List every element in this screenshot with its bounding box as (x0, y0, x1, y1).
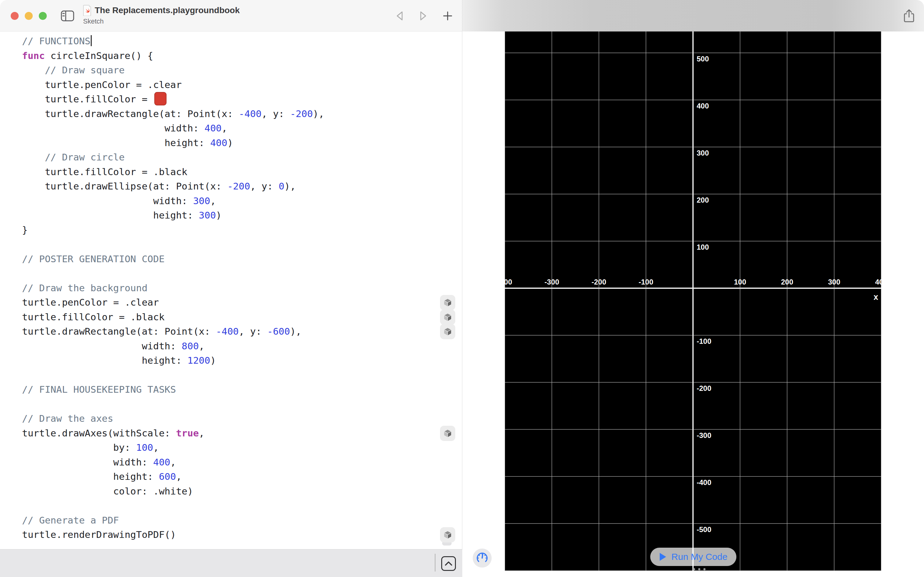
svg-text:-400: -400 (697, 478, 712, 487)
window-title-block: The Replacements.playgroundbook Sketch (83, 5, 240, 25)
svg-text:-200: -200 (697, 384, 712, 392)
cube-icon (443, 312, 452, 322)
text-cursor (91, 35, 92, 46)
code-line[interactable]: turtle.fillColor = .black (22, 310, 429, 324)
code-line[interactable]: height: 400) (22, 136, 429, 150)
window-title: The Replacements.playgroundbook (95, 5, 240, 15)
share-button[interactable] (902, 9, 916, 23)
minimize-window-button[interactable] (25, 12, 33, 20)
cube-icon (443, 298, 452, 308)
sidebar-icon (61, 10, 74, 21)
svg-text:400: 400 (697, 102, 709, 110)
play-icon (659, 553, 666, 561)
svg-text:-100: -100 (639, 278, 653, 286)
code-line[interactable]: width: 400, (22, 121, 429, 136)
code-line[interactable]: height: 600, (22, 469, 429, 484)
svg-text:-100: -100 (697, 337, 712, 345)
chevron-up-icon (444, 561, 452, 566)
code-editor[interactable]: // FUNCTIONSfunc circleInSquare() { // D… (22, 34, 429, 542)
code-line[interactable]: // Draw square (22, 63, 429, 77)
code-line[interactable]: width: 300, (22, 194, 429, 208)
code-line[interactable]: // FINAL HOUSEKEEPING TASKS (22, 382, 429, 397)
svg-text:300: 300 (828, 278, 840, 286)
svg-text:-400: -400 (505, 278, 512, 286)
code-line[interactable]: // Generate a PDF (22, 513, 429, 528)
code-line[interactable]: // POSTER GENERATION CODE (22, 252, 429, 266)
code-line[interactable]: } (22, 223, 429, 237)
svg-text:x: x (874, 292, 878, 301)
pane-divider (462, 31, 462, 549)
code-line[interactable]: color: .white) (22, 484, 429, 499)
code-line[interactable]: width: 400, (22, 455, 429, 470)
cube-icon (443, 530, 452, 540)
code-line[interactable]: turtle.drawAxes(withScale: true, (22, 426, 429, 441)
inline-result-button[interactable] (440, 309, 455, 325)
code-line[interactable]: height: 1200) (22, 353, 429, 368)
inline-result-button[interactable] (440, 324, 455, 339)
code-line[interactable] (22, 397, 429, 412)
inline-result-button[interactable] (440, 426, 455, 441)
back-chevron-icon (395, 11, 404, 21)
speedometer-icon (476, 552, 488, 564)
code-line[interactable] (22, 237, 429, 252)
toggle-sidebar-button[interactable] (61, 10, 74, 22)
title-bar: The Replacements.playgroundbook Sketch (0, 0, 924, 31)
close-window-button[interactable] (11, 12, 19, 20)
code-line[interactable]: turtle.drawRectangle(at: Point(x: -400, … (22, 106, 429, 121)
svg-text:-300: -300 (697, 431, 712, 440)
svg-text:400: 400 (875, 278, 881, 286)
forward-chevron-icon (419, 11, 427, 21)
svg-text:100: 100 (734, 278, 746, 286)
code-line[interactable]: turtle.drawRectangle(at: Point(x: -400, … (22, 324, 429, 339)
code-line[interactable]: // Draw circle (22, 150, 429, 165)
svg-text:-500: -500 (697, 525, 712, 533)
code-line[interactable]: turtle.fillColor = (22, 92, 429, 106)
share-icon (903, 9, 915, 23)
code-line[interactable] (22, 266, 429, 281)
live-view-canvas[interactable]: 500400300200100-100-200-300-400-500-400-… (505, 31, 881, 571)
code-pane: // FUNCTIONSfunc circleInSquare() { // D… (0, 31, 462, 549)
axes-grid: 500400300200100-100-200-300-400-500-400-… (505, 31, 881, 571)
editor-bottom-bar (0, 549, 462, 577)
title-bar-right (462, 0, 924, 31)
run-my-code-button[interactable]: Run My Code (650, 548, 736, 566)
code-line[interactable]: // FUNCTIONS (22, 34, 429, 48)
code-line[interactable] (22, 368, 429, 383)
result-gutter (440, 31, 457, 549)
code-line[interactable]: turtle.penColor = .clear (22, 77, 429, 92)
inline-result-button[interactable] (440, 527, 455, 543)
window-subtitle: Sketch (83, 18, 240, 25)
color-literal-red[interactable] (154, 92, 167, 105)
navigate-forward-button[interactable] (416, 10, 430, 22)
code-line[interactable]: width: 800, (22, 339, 429, 354)
cube-icon (443, 429, 452, 438)
code-line[interactable]: // Draw the axes (22, 411, 429, 426)
playgrounds-window: The Replacements.playgroundbook Sketch (0, 0, 924, 577)
navigate-back-button[interactable] (393, 10, 407, 22)
code-line[interactable] (22, 498, 429, 513)
code-line[interactable]: turtle.fillColor = .black (22, 165, 429, 179)
code-line[interactable]: func circleInSquare() { (22, 48, 429, 63)
svg-text:-300: -300 (544, 278, 559, 286)
svg-text:-200: -200 (592, 278, 606, 286)
zoom-window-button[interactable] (39, 12, 47, 20)
svg-text:200: 200 (781, 278, 793, 286)
svg-text:500: 500 (697, 55, 709, 63)
cube-icon (443, 327, 452, 337)
code-line[interactable]: turtle.renderDrawingToPDF() (22, 527, 429, 542)
code-line[interactable]: by: 100, (22, 440, 429, 455)
run-speed-button[interactable] (473, 549, 492, 567)
plus-icon (443, 11, 453, 21)
canvas-handle-dots[interactable] (693, 568, 705, 570)
bottom-bar-divider (435, 554, 435, 572)
run-button-label: Run My Code (671, 552, 727, 562)
svg-text:100: 100 (697, 243, 709, 251)
code-line[interactable]: turtle.drawEllipse(at: Point(x: -200, y:… (22, 179, 429, 194)
code-line[interactable]: // Draw the background (22, 281, 429, 295)
code-line[interactable]: turtle.penColor = .clear (22, 295, 429, 310)
code-line[interactable]: height: 300) (22, 208, 429, 223)
add-page-button[interactable] (441, 10, 455, 22)
expand-panel-button[interactable] (441, 556, 456, 571)
svg-text:200: 200 (697, 196, 709, 204)
inline-result-button[interactable] (440, 295, 455, 310)
